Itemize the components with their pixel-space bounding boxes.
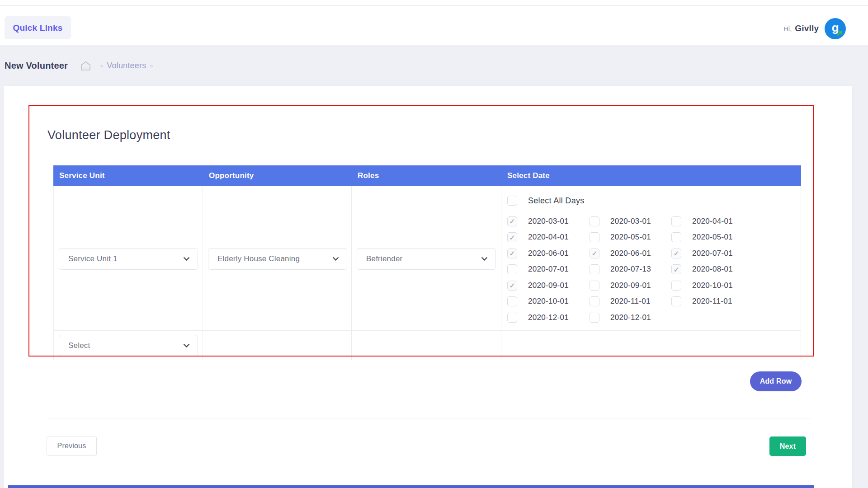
breadcrumb-separator: »: [100, 62, 103, 69]
date-checkbox[interactable]: ✓: [590, 249, 599, 258]
check-icon: ✓: [509, 234, 515, 241]
chevron-down-icon: [481, 254, 488, 263]
date-checkbox-item[interactable]: 2020-12-01: [590, 313, 671, 323]
date-checkbox[interactable]: ✓: [507, 232, 517, 242]
date-checkbox[interactable]: ✓: [507, 249, 517, 258]
check-icon: ✓: [592, 250, 598, 257]
roles-cell: Befriender: [352, 186, 501, 330]
date-checkbox[interactable]: [671, 232, 681, 242]
date-checkbox-item[interactable]: 2020-10-01: [671, 281, 780, 291]
chevron-down-icon: [183, 341, 190, 350]
service-unit-select-value: Service Unit 1: [68, 254, 118, 263]
date-checkbox[interactable]: ✓: [671, 249, 681, 258]
date-checkbox-item[interactable]: 2020-10-01: [507, 296, 590, 306]
footer-bar: [8, 485, 814, 488]
date-checkbox[interactable]: [590, 264, 599, 274]
brand-logo[interactable]: g: [825, 18, 846, 39]
date-checkbox[interactable]: [590, 296, 599, 306]
date-label: 2020-07-13: [610, 265, 651, 274]
previous-button[interactable]: Previous: [47, 436, 97, 456]
add-row-button[interactable]: Add Row: [750, 371, 802, 391]
date-checkbox-item[interactable]: 2020-12-01: [507, 313, 590, 323]
date-checkbox[interactable]: [507, 264, 517, 274]
deployment-table: Service Unit Opportunity Roles Select Da…: [53, 165, 801, 360]
date-label: 2020-12-01: [528, 313, 569, 322]
greeting-text: Hi,: [783, 25, 792, 33]
date-checkbox-item[interactable]: ✓2020-06-01: [507, 249, 590, 258]
date-checkbox-item[interactable]: 2020-09-01: [590, 281, 671, 291]
date-checkbox[interactable]: [507, 296, 517, 306]
section-title: Volunteer Deployment: [47, 128, 170, 142]
date-checkbox-item[interactable]: 2020-07-13: [590, 264, 671, 274]
date-checkbox[interactable]: [590, 232, 599, 242]
table-row: Select: [54, 331, 801, 360]
column-header-opportunity: Opportunity: [203, 165, 352, 186]
select-all-days-checkbox[interactable]: [507, 196, 517, 206]
date-label: 2020-03-01: [610, 217, 651, 226]
date-label: 2020-11-01: [692, 297, 732, 306]
breadcrumb-separator: »: [150, 62, 153, 69]
date-checkbox-item[interactable]: 2020-11-01: [671, 296, 780, 306]
date-label: 2020-04-01: [692, 217, 733, 226]
opportunity-select-value: Elderly House Cleaning: [217, 254, 300, 263]
check-icon: ✓: [674, 266, 679, 273]
date-label: 2020-05-01: [692, 233, 733, 242]
roles-select[interactable]: Befriender: [357, 248, 496, 270]
select-all-days[interactable]: Select All Days: [507, 194, 801, 207]
date-checkbox-item[interactable]: 2020-07-01: [507, 264, 590, 274]
check-icon: ✓: [674, 250, 679, 257]
date-checkbox[interactable]: [507, 313, 517, 323]
date-checkbox[interactable]: ✓: [507, 281, 517, 291]
date-label: 2020-09-01: [610, 281, 651, 290]
date-checkbox-item[interactable]: 2020-05-01: [590, 232, 671, 242]
date-checkbox[interactable]: [590, 281, 599, 291]
quick-links-button[interactable]: Quick Links: [5, 16, 71, 39]
check-icon: ✓: [509, 218, 515, 225]
date-checkbox[interactable]: [671, 216, 681, 226]
column-header-roles: Roles: [352, 165, 501, 186]
date-label: 2020-08-01: [692, 265, 733, 274]
header-divider: [0, 5, 868, 6]
date-checkbox[interactable]: [590, 216, 599, 226]
select-date-cell: [501, 331, 801, 360]
date-checkbox-item[interactable]: ✓2020-07-01: [671, 249, 780, 258]
date-checkbox-item[interactable]: ✓2020-09-01: [507, 281, 590, 291]
opportunity-select[interactable]: Elderly House Cleaning: [208, 248, 347, 270]
home-icon[interactable]: [80, 60, 92, 71]
date-label: 2020-03-01: [528, 217, 569, 226]
date-checkbox-item[interactable]: ✓2020-04-01: [507, 232, 590, 242]
next-button[interactable]: Next: [769, 436, 806, 456]
date-checkbox[interactable]: [671, 296, 681, 306]
chevron-down-icon: [332, 254, 339, 263]
date-checkbox-item[interactable]: ✓2020-03-01: [507, 216, 590, 226]
date-checkbox-item[interactable]: 2020-04-01: [671, 216, 780, 226]
date-label: 2020-10-01: [692, 281, 733, 290]
date-checkbox-item[interactable]: 2020-11-01: [590, 296, 671, 306]
date-checkbox[interactable]: [590, 313, 599, 323]
date-checkbox-item[interactable]: ✓2020-08-01: [671, 264, 780, 274]
breadcrumb: New Volunteer » Volunteers »: [0, 45, 868, 86]
date-label: 2020-06-01: [610, 249, 651, 258]
opportunity-cell: [203, 331, 352, 360]
date-checkbox-item[interactable]: 2020-05-01: [671, 232, 780, 242]
user-greeting: Hi, Givlly g: [783, 17, 846, 40]
date-checkbox-item[interactable]: 2020-03-01: [590, 216, 671, 226]
row2-service-unit-select[interactable]: Select: [59, 335, 198, 357]
breadcrumb-item-volunteers[interactable]: Volunteers: [107, 61, 146, 70]
check-icon: ✓: [509, 250, 515, 257]
roles-cell: [352, 331, 501, 360]
username: Givlly: [795, 23, 819, 33]
service-unit-select[interactable]: Service Unit 1: [59, 248, 198, 270]
logo-arrow-icon: [836, 30, 843, 37]
chevron-down-icon: [183, 254, 190, 263]
main-card: Volunteer Deployment Service Unit Opport…: [4, 86, 852, 488]
footer-divider: [47, 418, 811, 418]
table-header-row: Service Unit Opportunity Roles Select Da…: [53, 165, 801, 186]
date-label: 2020-11-01: [610, 297, 651, 306]
date-checkbox[interactable]: [671, 281, 681, 291]
service-unit-cell: Service Unit 1: [54, 186, 203, 330]
date-checkbox-item[interactable]: ✓2020-06-01: [590, 249, 671, 258]
date-checkbox[interactable]: ✓: [507, 216, 517, 226]
date-label: 2020-05-01: [610, 233, 651, 242]
date-checkbox[interactable]: ✓: [671, 264, 681, 274]
